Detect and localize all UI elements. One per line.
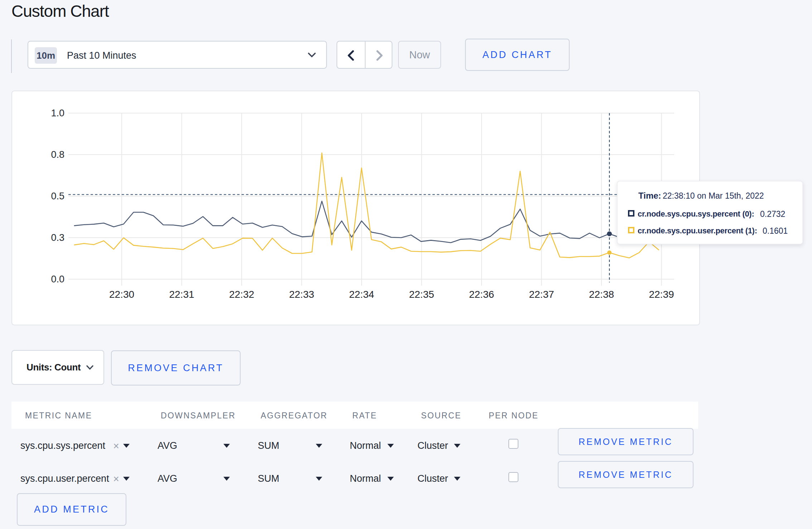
svg-text:22:33: 22:33 (289, 289, 314, 300)
svg-text:1.0: 1.0 (51, 108, 64, 118)
svg-text:0.8: 0.8 (51, 149, 64, 160)
svg-text:22:31: 22:31 (169, 289, 194, 300)
svg-text:22:35: 22:35 (409, 289, 434, 300)
svg-text:22:37: 22:37 (529, 289, 554, 300)
svg-text:0.5: 0.5 (51, 191, 64, 202)
svg-text:22:39: 22:39 (649, 289, 674, 300)
svg-text:0.0: 0.0 (51, 274, 64, 285)
svg-text:22:38: 22:38 (589, 289, 614, 300)
svg-text:22:32: 22:32 (229, 289, 254, 300)
svg-text:22:30: 22:30 (109, 289, 134, 300)
svg-text:22:36: 22:36 (469, 289, 494, 300)
svg-text:22:34: 22:34 (349, 289, 374, 300)
svg-text:0.3: 0.3 (51, 232, 64, 243)
